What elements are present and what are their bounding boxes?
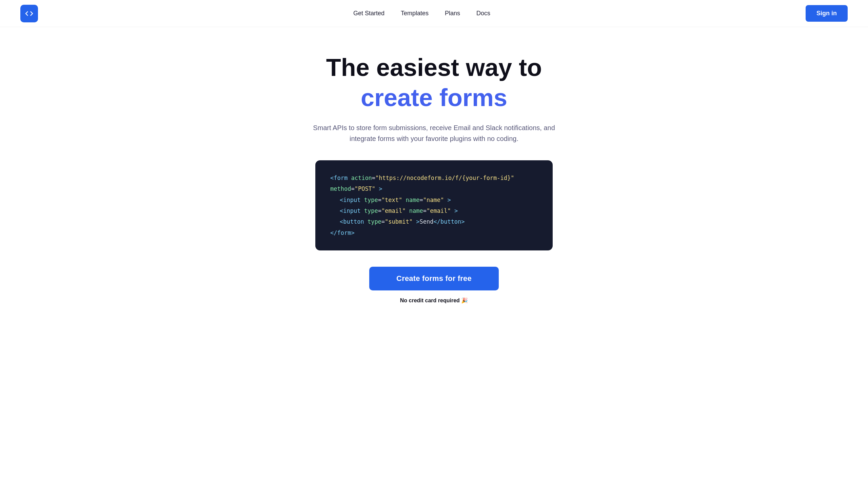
nav-links: Get Started Templates Plans Docs (353, 10, 490, 17)
navbar: Get Started Templates Plans Docs Sign in (0, 0, 868, 27)
nav-item-plans[interactable]: Plans (445, 10, 460, 17)
hero-title-line1: The easiest way to (326, 54, 542, 81)
create-forms-button[interactable]: Create forms for free (369, 267, 499, 290)
code-block: <form action="https://nocodeform.io/f/{y… (315, 160, 553, 250)
code-line-5: </form> (330, 227, 538, 238)
code-line-4: <button type="submit" >Send</button> (330, 216, 538, 227)
code-line-1: <form action="https://nocodeform.io/f/{y… (330, 172, 538, 195)
signin-button[interactable]: Sign in (806, 5, 848, 22)
nav-item-templates[interactable]: Templates (401, 10, 429, 17)
logo-button[interactable] (20, 5, 38, 22)
nav-item-docs[interactable]: Docs (476, 10, 490, 17)
hero-section: The easiest way to create forms Smart AP… (0, 27, 868, 324)
hero-subtitle: Smart APIs to store form submissions, re… (312, 122, 556, 144)
nav-item-get-started[interactable]: Get Started (353, 10, 384, 17)
code-line-2: <input type="text" name="name" > (330, 195, 538, 205)
no-credit-card-text: No credit card required 🎉 (400, 297, 468, 304)
code-line-3: <input type="email" name="email" > (330, 205, 538, 216)
hero-title-line2: create forms (361, 84, 507, 111)
